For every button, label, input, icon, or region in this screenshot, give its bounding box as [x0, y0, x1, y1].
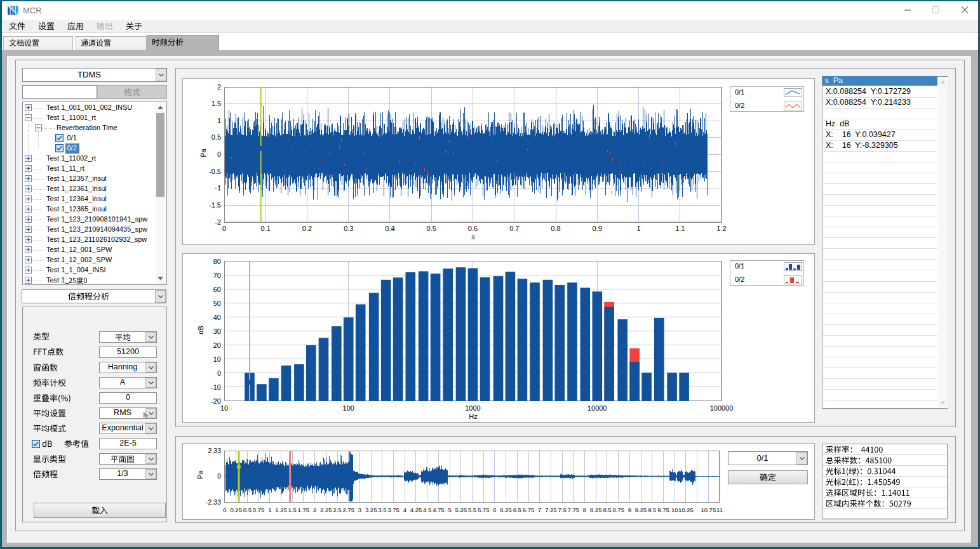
svg-text:-2: -2: [215, 218, 221, 226]
svg-text:8.75: 8.75: [612, 506, 624, 513]
svg-text:1000: 1000: [465, 404, 480, 412]
svg-text:80: 80: [213, 258, 221, 265]
svg-text:11: 11: [716, 506, 723, 513]
svg-text:3.25: 3.25: [365, 506, 377, 513]
svg-text:4.5: 4.5: [423, 506, 431, 513]
svg-text:4.25: 4.25: [410, 506, 422, 513]
svg-text:0.7: 0.7: [509, 225, 519, 232]
svg-text:1.2: 1.2: [716, 225, 726, 232]
svg-text:2.75: 2.75: [343, 506, 355, 513]
svg-text:1.5: 1.5: [211, 100, 221, 107]
svg-text:1: 1: [268, 506, 271, 513]
svg-text:0.9: 0.9: [593, 225, 602, 232]
svg-text:0: 0: [222, 225, 226, 232]
svg-text:8: 8: [583, 506, 586, 513]
svg-text:1.25: 1.25: [275, 506, 287, 513]
svg-text:2.33: 2.33: [208, 447, 222, 454]
svg-text:8.25: 8.25: [590, 506, 602, 513]
svg-text:3: 3: [358, 506, 361, 513]
svg-text:Hz: Hz: [469, 413, 477, 420]
svg-text:5.75: 5.75: [478, 506, 490, 513]
svg-text:-2.33: -2.33: [206, 498, 221, 506]
svg-text:20: 20: [213, 341, 221, 349]
svg-text:1: 1: [636, 225, 640, 232]
svg-text:5.5: 5.5: [468, 506, 476, 513]
svg-text:8.5: 8.5: [603, 506, 611, 513]
svg-text:9.5: 9.5: [648, 506, 656, 513]
svg-text:1.5: 1.5: [288, 506, 297, 513]
svg-text:100000: 100000: [710, 404, 734, 412]
svg-text:10000: 10000: [587, 404, 607, 412]
svg-text:-0.5: -0.5: [209, 168, 221, 175]
svg-text:-1: -1: [215, 184, 221, 192]
svg-text:10: 10: [213, 355, 221, 363]
svg-text:0.3: 0.3: [344, 225, 353, 232]
svg-text:0.4: 0.4: [385, 225, 394, 232]
svg-text:0: 0: [223, 506, 226, 513]
svg-text:2.25: 2.25: [320, 506, 332, 513]
svg-text:7.25: 7.25: [545, 506, 557, 513]
svg-text:3.5: 3.5: [378, 506, 386, 513]
svg-text:60: 60: [213, 286, 221, 293]
svg-text:0.2: 0.2: [302, 225, 312, 232]
svg-text:0.5: 0.5: [211, 133, 221, 141]
svg-text:7.75: 7.75: [568, 506, 580, 513]
svg-text:10: 10: [671, 506, 678, 513]
svg-text:5.25: 5.25: [455, 506, 467, 513]
svg-text:9.75: 9.75: [657, 506, 669, 513]
svg-text:1.75: 1.75: [298, 506, 310, 513]
svg-text:Pa: Pa: [196, 470, 204, 479]
svg-text:10: 10: [220, 404, 228, 412]
svg-text:6.5: 6.5: [513, 506, 521, 513]
svg-text:7.5: 7.5: [558, 506, 566, 513]
svg-text:-1.5: -1.5: [209, 201, 221, 209]
svg-text:1: 1: [217, 117, 221, 124]
svg-text:0.5: 0.5: [243, 506, 252, 513]
svg-text:4: 4: [403, 506, 406, 513]
svg-text:4.75: 4.75: [433, 506, 445, 513]
svg-text:0: 0: [217, 150, 221, 158]
svg-text:5: 5: [448, 506, 451, 513]
svg-text:0.5: 0.5: [427, 225, 436, 232]
svg-text:30: 30: [213, 327, 221, 335]
svg-text:100: 100: [343, 404, 354, 412]
svg-text:7: 7: [538, 506, 541, 513]
svg-text:Pa: Pa: [199, 148, 207, 157]
svg-text:50: 50: [213, 300, 221, 307]
svg-text:10.75: 10.75: [701, 506, 716, 513]
svg-text:s: s: [471, 233, 475, 241]
svg-text:0.8: 0.8: [551, 225, 560, 232]
svg-text:dB: dB: [197, 326, 205, 334]
svg-text:6.75: 6.75: [523, 506, 535, 513]
svg-text:3.75: 3.75: [387, 506, 399, 513]
svg-text:0: 0: [217, 472, 221, 480]
svg-text:2: 2: [217, 83, 221, 91]
svg-text:1.1: 1.1: [675, 225, 685, 232]
svg-text:9.25: 9.25: [635, 506, 647, 513]
svg-text:10.25: 10.25: [678, 506, 694, 513]
svg-text:6.25: 6.25: [500, 506, 512, 513]
svg-text:2.5: 2.5: [333, 506, 341, 513]
svg-text:0.6: 0.6: [468, 225, 478, 232]
svg-text:-10: -10: [211, 383, 221, 391]
svg-text:6: 6: [493, 506, 496, 513]
svg-text:70: 70: [213, 272, 221, 279]
svg-text:9: 9: [628, 506, 631, 513]
svg-text:0: 0: [217, 369, 221, 377]
svg-text:2: 2: [313, 506, 316, 513]
svg-text:0.25: 0.25: [230, 506, 242, 513]
svg-text:40: 40: [213, 314, 221, 321]
svg-text:0.75: 0.75: [253, 506, 265, 513]
svg-text:0.1: 0.1: [261, 225, 271, 232]
svg-text:-20: -20: [211, 397, 221, 405]
